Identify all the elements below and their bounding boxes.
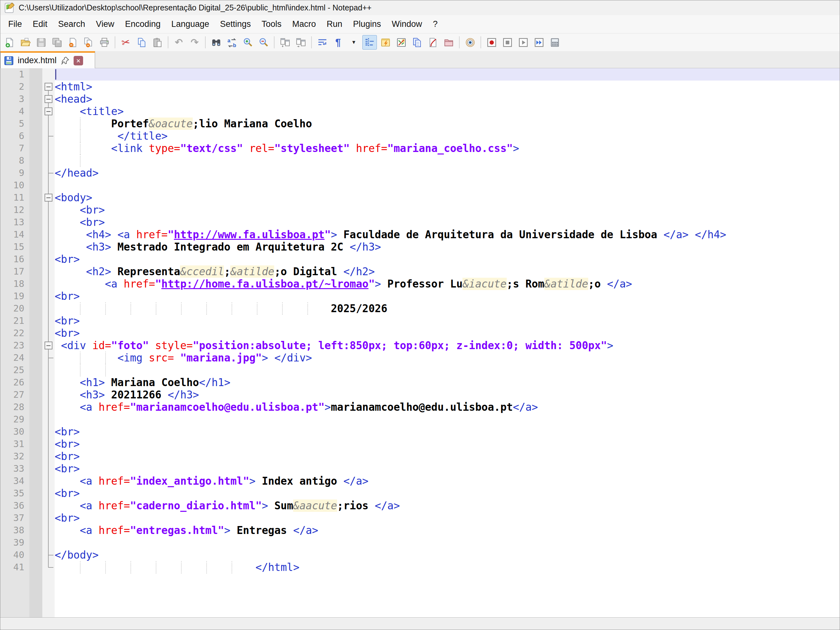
fold-collapse-button[interactable] [44, 341, 52, 349]
paste-button[interactable] [150, 35, 164, 50]
code-text[interactable]: <head> [55, 93, 840, 105]
macro-run-multiple-button[interactable] [532, 35, 546, 50]
code-text[interactable]: </head> [55, 167, 840, 179]
menu-item-run[interactable]: Run [321, 17, 348, 32]
bookmark-cell[interactable] [29, 438, 42, 450]
bookmark-cell[interactable] [29, 315, 42, 327]
fold-collapse-button[interactable] [44, 194, 52, 202]
code-text[interactable]: <br> [55, 438, 840, 450]
menu-item-macro[interactable]: Macro [287, 17, 321, 32]
cut-button[interactable]: ✂ [118, 35, 133, 50]
bookmark-cell[interactable] [29, 118, 42, 130]
bookmark-cell[interactable] [29, 93, 42, 105]
bookmark-cell[interactable] [29, 142, 42, 155]
document-map-button[interactable] [394, 35, 409, 50]
code-text[interactable]: <div id="foto" style="position:absolute;… [55, 339, 840, 352]
sync-vertical-scroll-button[interactable] [278, 35, 292, 50]
bookmark-cell[interactable] [29, 499, 42, 512]
save-all-button[interactable] [50, 35, 64, 50]
replace-button[interactable]: ab [224, 35, 239, 50]
bookmark-cell[interactable] [29, 204, 42, 216]
bookmark-cell[interactable] [29, 278, 42, 290]
open-file-button[interactable] [18, 35, 33, 50]
bookmark-cell[interactable] [29, 265, 42, 278]
code-text[interactable]: <br> [55, 216, 840, 229]
bookmark-cell[interactable] [29, 364, 42, 376]
bookmark-cell[interactable] [29, 487, 42, 499]
macro-play-button[interactable] [516, 35, 531, 50]
code-text[interactable]: <br> [55, 463, 840, 475]
code-text[interactable] [55, 179, 840, 191]
bookmark-cell[interactable] [29, 413, 42, 426]
bookmark-cell[interactable] [29, 537, 42, 549]
code-text[interactable]: <br> [55, 426, 840, 438]
bookmark-cell[interactable] [29, 81, 42, 93]
bookmark-cell[interactable] [29, 241, 42, 253]
new-file-button[interactable] [2, 35, 17, 50]
find-button[interactable] [209, 35, 223, 50]
copy-button[interactable] [134, 35, 149, 50]
code-text[interactable]: 2025/2026 [55, 302, 840, 315]
document-list-button[interactable] [410, 35, 424, 50]
code-text[interactable]: <h2> Representa&ccedil;&atilde;o Digital… [55, 265, 840, 278]
code-text[interactable]: </body> [55, 549, 840, 561]
bookmark-cell[interactable] [29, 105, 42, 118]
macro-trigger-button[interactable] [548, 35, 562, 50]
bookmark-cell[interactable] [29, 524, 42, 537]
code-text[interactable]: <br> [55, 315, 840, 327]
code-text[interactable]: <a href="marianamcoelho@edu.ulisboa.pt">… [55, 401, 840, 413]
bookmark-cell[interactable] [29, 549, 42, 561]
menu-item-help[interactable]: ? [428, 17, 443, 32]
menu-item-window[interactable]: Window [386, 17, 428, 32]
menu-item-edit[interactable]: Edit [27, 17, 53, 32]
code-text[interactable] [55, 68, 840, 81]
close-all-button[interactable] [81, 35, 96, 50]
undo-button[interactable]: ↶ [172, 35, 186, 50]
code-text[interactable] [55, 413, 840, 426]
code-text[interactable]: <h1> Mariana Coelho</h1> [55, 376, 840, 388]
menu-item-language[interactable]: Language [166, 17, 215, 32]
tab-close-button[interactable]: ✕ [74, 56, 83, 65]
document-switcher-button[interactable] [426, 35, 440, 50]
menu-item-tools[interactable]: Tools [256, 17, 287, 32]
code-text[interactable]: <br> [55, 487, 840, 499]
menu-item-plugins[interactable]: Plugins [348, 17, 387, 32]
code-text[interactable]: </html> [55, 561, 840, 573]
bookmark-cell[interactable] [29, 561, 42, 573]
bookmark-cell[interactable] [29, 327, 42, 339]
folder-as-workspace-button[interactable] [441, 35, 456, 50]
code-text[interactable]: <br> [55, 253, 840, 265]
bookmark-cell[interactable] [29, 130, 42, 142]
menu-item-file[interactable]: File [3, 17, 27, 32]
code-text[interactable]: <html> [55, 81, 840, 93]
code-text[interactable]: <link type="text/css" rel="stylesheet" h… [55, 142, 840, 155]
bookmark-cell[interactable] [29, 388, 42, 401]
code-text[interactable]: <body> [55, 191, 840, 204]
bookmark-cell[interactable] [29, 191, 42, 204]
code-text[interactable] [55, 155, 840, 167]
macro-stop-button[interactable] [500, 35, 515, 50]
bookmark-cell[interactable] [29, 179, 42, 191]
fold-collapse-button[interactable] [44, 107, 52, 115]
fold-collapse-button[interactable] [44, 83, 52, 91]
bookmark-cell[interactable] [29, 229, 42, 241]
code-text[interactable]: <h3> Mestrado Integrado em Arquitetura 2… [55, 241, 840, 253]
bookmark-cell[interactable] [29, 302, 42, 315]
code-text[interactable]: <br> [55, 327, 840, 339]
redo-button[interactable]: ↷ [187, 35, 202, 50]
code-text[interactable]: <br> [55, 204, 840, 216]
bookmark-cell[interactable] [29, 401, 42, 413]
zoom-out-button[interactable] [256, 35, 271, 50]
bookmark-cell[interactable] [29, 68, 42, 81]
close-file-button[interactable] [65, 35, 80, 50]
editor-area[interactable]: 12<html>3<head>4 <title>5 Portef&oacute;… [0, 68, 840, 617]
save-file-button[interactable] [34, 35, 48, 50]
code-text[interactable]: <a href="entregas.html"> Entregas </a> [55, 524, 840, 537]
fold-collapse-button[interactable] [44, 95, 52, 103]
toolbar-dropdown-button[interactable]: ▼ [347, 35, 361, 50]
menu-item-search[interactable]: Search [53, 17, 91, 32]
code-text[interactable]: <a href="caderno_diario.html"> Sum&aacut… [55, 499, 840, 512]
bookmark-cell[interactable] [29, 376, 42, 388]
code-text[interactable]: <img src= "mariana.jpg"> </div> [55, 352, 840, 364]
bookmark-cell[interactable] [29, 253, 42, 265]
